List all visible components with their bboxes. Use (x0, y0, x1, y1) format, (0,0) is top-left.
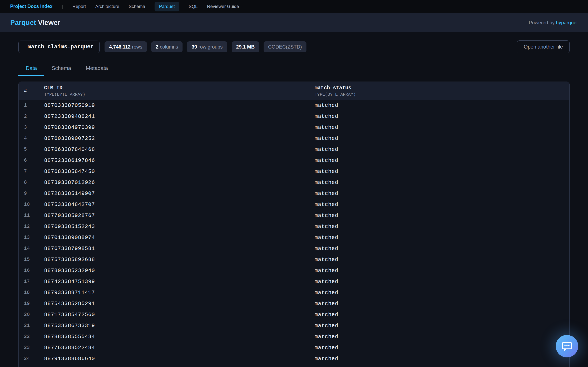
open-another-file-button[interactable]: Open another file (517, 40, 570, 53)
cell-match-status: matched (315, 168, 570, 175)
cell-match-status: matched (315, 113, 570, 119)
cell-match-status: matched (315, 290, 570, 296)
table-row: 5887663387840468matched (18, 144, 570, 155)
cell-clm-id: 887523386197846 (44, 157, 315, 164)
cell-match-status: matched (315, 257, 570, 263)
table-row: 8887393387012926matched (18, 177, 570, 188)
table-row: 24887913388686640matched (18, 353, 570, 364)
nav-item-parquet[interactable]: Parquet (155, 2, 179, 11)
column-type: TYPE(BYTE_ARRAY) (44, 92, 315, 97)
cell-clm-id: 887573385892688 (44, 257, 315, 263)
row-index: 20 (18, 312, 44, 317)
cell-clm-id: 887283385149907 (44, 191, 315, 197)
cell-clm-id: 887543385285291 (44, 300, 315, 307)
table-header-row: # CLM_ID TYPE(BYTE_ARRAY) match_status T… (18, 82, 570, 100)
table-row: 21887533386733319matched (18, 320, 570, 331)
cell-match-status: matched (315, 146, 570, 152)
cell-clm-id: 887763388522484 (44, 345, 315, 351)
cell-match-status: matched (315, 234, 570, 241)
table-row: 11887703385928767matched (18, 210, 570, 221)
table-row: 16887803385232940matched (18, 265, 570, 276)
file-stat-badge: 4,746,112 rows (104, 42, 147, 52)
cell-clm-id: 887883385555434 (44, 334, 315, 340)
table-row: 4887603389007252matched (18, 133, 570, 144)
hyparquet-link[interactable]: hyparquet (556, 20, 578, 25)
page-title-accent: Parquet (10, 18, 36, 26)
row-index: 10 (18, 202, 44, 207)
row-index: 6 (18, 158, 44, 163)
cell-clm-id: 887803385232940 (44, 267, 315, 274)
column-header-match-status: match_status TYPE(BYTE_ARRAY) (315, 85, 570, 97)
file-stat-badge: 39 row groups (187, 42, 227, 52)
tab-schema[interactable]: Schema (44, 62, 78, 76)
table-body: 1887033387050919matched2887233389488241m… (18, 100, 570, 367)
row-index: 4 (18, 136, 44, 141)
main-content: _match_claims.parquet 4,746,112 rows2 co… (0, 40, 588, 367)
column-type: TYPE(BYTE_ARRAY) (315, 92, 570, 97)
nav-item-schema[interactable]: Schema (129, 4, 145, 9)
tab-data[interactable]: Data (18, 62, 44, 76)
row-index: 19 (18, 301, 44, 306)
cell-clm-id: 887693385152243 (44, 224, 315, 230)
view-tabs: DataSchemaMetadata (18, 62, 570, 76)
cell-match-status: matched (315, 323, 570, 329)
row-index: 11 (18, 213, 44, 218)
row-index: 23 (18, 345, 44, 350)
cell-clm-id: 887913388686640 (44, 356, 315, 362)
cell-match-status: matched (315, 135, 570, 142)
table-row: 6887523386197846matched (18, 155, 570, 166)
nav-separator: | (62, 4, 63, 9)
cell-match-status: matched (315, 179, 570, 185)
page-title-rest: Viewer (36, 18, 60, 26)
table-row: 20887173385472560matched (18, 309, 570, 320)
row-index: 5 (18, 147, 44, 152)
nav-item-report[interactable]: Report (72, 4, 86, 9)
column-name: CLM_ID (44, 85, 315, 91)
file-stat-badges: 4,746,112 rows2 columns39 row groups29.1… (104, 42, 306, 52)
row-index: 1 (18, 103, 44, 108)
table-row: 25887453387120968matched (18, 364, 570, 367)
cell-clm-id: 887663387840468 (44, 146, 315, 152)
cell-clm-id: 887083384970399 (44, 124, 315, 131)
table-row: 3887083384970399matched (18, 122, 570, 133)
cell-match-status: matched (315, 345, 570, 351)
tab-metadata[interactable]: Metadata (78, 62, 115, 76)
row-index: 22 (18, 334, 44, 339)
row-index: 12 (18, 224, 44, 229)
cell-clm-id: 887533386733319 (44, 323, 315, 329)
column-name: match_status (315, 85, 570, 91)
page-title: Parquet Viewer (10, 18, 60, 26)
table-row: 23887763388522484matched (18, 342, 570, 353)
cell-match-status: matched (315, 212, 570, 218)
app-header: Parquet Viewer Powered by hyparquet (0, 13, 588, 32)
index-column-header: # (18, 88, 44, 94)
table-row: 19887543385285291matched (18, 298, 570, 309)
nav-item-architecture[interactable]: Architecture (95, 4, 119, 9)
row-index: 13 (18, 235, 44, 240)
cell-clm-id: 887673387998581 (44, 245, 315, 252)
row-index: 8 (18, 180, 44, 185)
row-index: 7 (18, 169, 44, 174)
cell-clm-id: 887033387050919 (44, 102, 315, 108)
row-index: 17 (18, 279, 44, 284)
cell-match-status: matched (315, 334, 570, 340)
cell-match-status: matched (315, 102, 570, 108)
file-stat-badge: 2 columns (151, 42, 182, 52)
chat-button[interactable] (556, 335, 578, 358)
nav-item-sql[interactable]: SQL (189, 4, 198, 9)
cell-clm-id: 887393387012926 (44, 179, 315, 185)
nav-brand[interactable]: Project Docs Index (10, 4, 52, 9)
file-info-row: _match_claims.parquet 4,746,112 rows2 co… (18, 40, 570, 53)
cell-clm-id: 887173385472560 (44, 312, 315, 318)
cell-clm-id: 887703385928767 (44, 212, 315, 218)
cell-match-status: matched (315, 201, 570, 208)
nav-item-reviewer-guide[interactable]: Reviewer Guide (207, 4, 239, 9)
table-row: 12887693385152243matched (18, 221, 570, 232)
table-row: 18887933388711417matched (18, 287, 570, 298)
cell-match-status: matched (315, 300, 570, 307)
row-index: 3 (18, 125, 44, 130)
row-index: 16 (18, 268, 44, 273)
cell-clm-id: 887233389488241 (44, 113, 315, 119)
cell-clm-id: 887013389088974 (44, 234, 315, 241)
cell-clm-id: 887603389007252 (44, 135, 315, 142)
